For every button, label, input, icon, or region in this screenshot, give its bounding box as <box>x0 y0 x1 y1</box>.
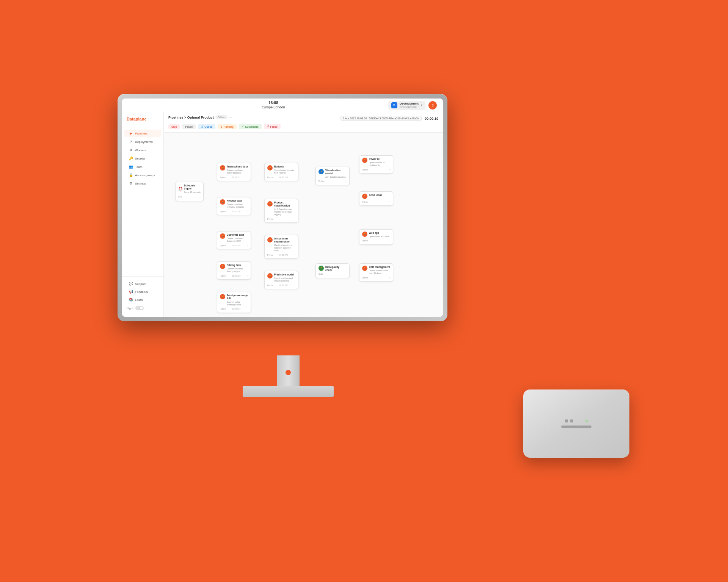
node-power-bi[interactable]: 🏃 Power BI Update Power BI dashboards Py… <box>359 155 393 174</box>
support-icon: 💬 <box>129 282 133 286</box>
secrets-icon: 🔑 <box>129 156 133 160</box>
monitor-screen: 16:08 Europe/London D Development Enviro… <box>122 99 443 317</box>
node-transactions[interactable]: 🏃 Transactions data Connect and map Sale… <box>217 163 251 181</box>
workers-icon: ⚙ <box>129 148 133 152</box>
mac-mini-port-2 <box>570 419 573 422</box>
run-selector[interactable]: 2 Apr 2022 16:08:00 · 52830e43-0955-4f8e… <box>340 116 422 121</box>
node-data-mgmt[interactable]: 🏃 Data management Delete records older t… <box>359 263 393 282</box>
node-predictive[interactable]: 🏃 Predictive model Supply and demand dyn… <box>264 271 298 289</box>
sidebar-item-workers[interactable]: ⚙ Workers <box>124 146 161 154</box>
queue-icon: ◎ <box>201 125 203 128</box>
ai-segment-icon: 🏃 <box>267 237 273 242</box>
running-button[interactable]: ● Running <box>218 124 236 129</box>
node-forex[interactable]: 🏃 Foreign exchange API Convert global ex… <box>217 292 251 313</box>
mac-mini-ports <box>565 419 588 422</box>
stop-button[interactable]: Stop <box>168 124 180 129</box>
mac-mini <box>523 390 629 458</box>
node-ai-segment[interactable]: 🏃 AI customer segmentation Machine learn… <box>264 235 298 259</box>
pricing-icon: 🏃 <box>220 264 225 269</box>
node-schedule[interactable]: ⏰ Schedule trigger Every 10 seconds UTC <box>175 182 204 201</box>
status-badge: Offline <box>215 115 228 119</box>
schedule-icon: ⏰ <box>178 186 183 192</box>
learn-icon: 📚 <box>129 298 133 302</box>
sidebar-item-deployments[interactable]: ↗ Deployments <box>124 138 161 146</box>
timer: 00:00:10 <box>425 117 438 120</box>
transactions-icon: 🏃 <box>220 165 225 171</box>
monitor: 16:08 Europe/London D Development Enviro… <box>118 94 459 359</box>
deployments-icon: ↗ <box>129 140 133 144</box>
mac-mini-slot <box>561 426 592 428</box>
access-icon: 🔒 <box>129 173 133 177</box>
node-web-app[interactable]: 🏃 Web app Update web app data Python <box>359 229 393 245</box>
succeeded-button[interactable]: ✓ Succeeded <box>239 124 262 129</box>
sidebar-item-settings[interactable]: ⚙ Settings <box>124 180 161 187</box>
node-product-data[interactable]: 🏃 Product data Connect and map inventory… <box>217 197 251 215</box>
settings-icon: ⚙ <box>129 181 133 185</box>
sidebar-logo: Dataplane <box>122 117 163 126</box>
data-mgmt-icon: 🏃 <box>362 266 367 271</box>
power-bi-icon: 🏃 <box>362 158 367 163</box>
topbar-time: 16:08 Europe/London <box>262 100 285 110</box>
node-visualisation[interactable]: 🏃 Visualisation model Join data for repo… <box>315 167 350 185</box>
scene: 16:08 Europe/London D Development Enviro… <box>99 64 629 518</box>
mac-mini-front <box>561 419 592 428</box>
data-quality-icon: 🏃 <box>318 266 324 271</box>
failed-button[interactable]: ✗ Failed <box>264 124 281 129</box>
node-product-class[interactable]: 🏃 Product classification ALP Deep learni… <box>264 199 298 223</box>
sidebar-item-pipelines[interactable]: ▶ Pipelines <box>124 130 161 137</box>
pipeline-header: Pipelines > Optimal Product Offline ··· … <box>164 112 443 133</box>
app-topbar: 16:08 Europe/London D Development Enviro… <box>122 99 443 112</box>
sidebar-item-secrets[interactable]: 🔑 Secrets <box>124 155 161 162</box>
sidebar-item-team[interactable]: 👥 Team <box>124 163 161 171</box>
node-pricing[interactable]: 🏃 Pricing data Connect and map Pricing e… <box>217 261 251 280</box>
monitor-frame: 16:08 Europe/London D Development Enviro… <box>118 94 447 321</box>
budgets-icon: 🏃 <box>267 165 273 171</box>
monitor-stand-dot <box>286 370 291 375</box>
toggle-switch[interactable] <box>135 306 144 310</box>
user-avatar[interactable]: J <box>428 101 437 110</box>
succeeded-icon: ✓ <box>242 125 244 128</box>
product-class-icon: 🏃 <box>267 201 273 207</box>
forex-icon: 🏃 <box>220 294 225 299</box>
sidebar-item-feedback[interactable]: 📢 Feedback <box>124 288 161 296</box>
breadcrumb: Pipelines > Optimal Product Offline ··· <box>168 115 232 119</box>
team-icon: 👥 <box>129 165 133 169</box>
main-content: Pipelines > Optimal Product Offline ··· … <box>164 112 443 317</box>
running-icon: ● <box>221 125 222 128</box>
product-data-icon: 🏃 <box>220 199 225 205</box>
node-customer[interactable]: 🏃 Customer data Connect and map Customer… <box>217 231 251 249</box>
pipeline-controls: Stop Pause ◎ Queue ● Running <box>168 124 438 129</box>
visualisation-icon: 🏃 <box>318 169 324 174</box>
sidebar-item-support[interactable]: 💬 Support <box>124 280 161 288</box>
failed-icon: ✗ <box>267 125 269 128</box>
sidebar: Dataplane ▶ Pipelines ↗ Deployments ⚙ Wo… <box>122 112 164 317</box>
sidebar-item-learn[interactable]: 📚 Learn <box>124 296 161 304</box>
env-icon: D <box>391 102 397 108</box>
node-send-email[interactable]: 🏃 Send Email Python ··· <box>359 191 393 206</box>
mac-mini-led <box>585 420 588 422</box>
queue-button[interactable]: ◎ Queue <box>198 124 215 129</box>
feedback-icon: 📢 <box>129 290 133 294</box>
pause-button[interactable]: Pause <box>182 124 196 129</box>
theme-toggle[interactable]: Light <box>122 304 163 312</box>
app-body: Dataplane ▶ Pipelines ↗ Deployments ⚙ Wo… <box>122 112 443 317</box>
topbar-env[interactable]: D Development Environment ▾ <box>388 101 425 110</box>
monitor-stand-base <box>243 386 334 397</box>
sidebar-item-access-groups[interactable]: 🔒 Access groups <box>124 171 161 179</box>
node-budgets[interactable]: 🏃 Budgets Spreadsheet budgets from Finan… <box>264 163 298 181</box>
predictive-icon: 🏃 <box>267 273 273 278</box>
sidebar-bottom: 💬 Support 📢 Feedback 📚 Learn <box>122 276 163 312</box>
send-email-icon: 🏃 <box>362 194 367 199</box>
mac-mini-port-1 <box>565 419 568 422</box>
pipeline-icon: ▶ <box>129 131 133 135</box>
node-data-quality[interactable]: 🏃 Data quality check Swift ··· <box>315 263 350 278</box>
customer-icon: 🏃 <box>220 233 225 239</box>
web-app-icon: 🏃 <box>362 232 367 237</box>
pipeline-canvas[interactable]: ⏰ Schedule trigger Every 10 seconds UTC <box>164 133 443 317</box>
